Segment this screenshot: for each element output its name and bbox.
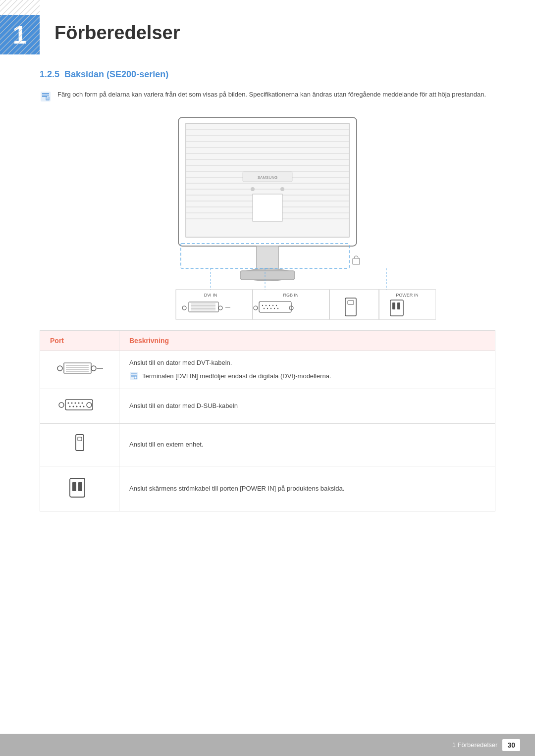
note-text: Färg och form på delarna kan variera frå… [57, 90, 486, 100]
svg-point-69 [57, 366, 62, 371]
svg-point-58 [274, 308, 275, 309]
svg-rect-95 [72, 482, 76, 491]
svg-rect-63 [348, 301, 354, 304]
footer-text: 1 Förberedelser [452, 741, 498, 749]
note-icon [40, 91, 52, 102]
svg-point-85 [81, 402, 83, 403]
svg-point-51 [266, 305, 267, 306]
monitor-svg: SAMSUNG [99, 112, 436, 320]
svg-point-59 [277, 308, 278, 309]
chapter-number-block: 1 [0, 15, 40, 54]
svg-point-55 [264, 308, 265, 309]
svg-point-24 [251, 187, 255, 191]
svg-rect-31 [353, 258, 360, 264]
svg-point-25 [280, 187, 284, 191]
svg-rect-26 [253, 194, 282, 221]
table-note-icon-dvi [129, 371, 138, 380]
svg-point-89 [79, 405, 81, 407]
table-desc-power: Anslut skärmens strömkabel till porten [… [119, 466, 495, 511]
svg-text:—: — [97, 365, 103, 372]
svg-rect-94 [70, 478, 85, 497]
chapter-number: 1 [13, 22, 27, 48]
chapter-header: 1 Förberedelser [0, 0, 535, 64]
svg-text:SAMSUNG: SAMSUNG [258, 175, 277, 180]
note-box: Färg och form på delarna kan variera frå… [40, 90, 495, 102]
port-icon-external [40, 424, 119, 466]
svg-point-81 [67, 402, 69, 403]
svg-text:RGB IN: RGB IN [283, 293, 298, 298]
svg-point-50 [262, 305, 263, 306]
svg-rect-78 [134, 376, 137, 379]
svg-point-79 [59, 403, 64, 407]
svg-rect-27 [257, 246, 278, 271]
svg-point-48 [254, 306, 258, 310]
svg-point-54 [276, 305, 277, 306]
table-header-description: Beskrivning [119, 331, 495, 351]
port-icon-power [40, 466, 119, 511]
svg-point-44 [218, 306, 222, 310]
port-table: Port Beskrivning — [40, 330, 495, 511]
table-row: — Anslut till en dator med DVT-kabeln. [40, 351, 495, 389]
table-desc-dvi: Anslut till en dator med DVT-kabeln. Ter… [119, 351, 495, 389]
svg-point-84 [78, 402, 79, 403]
table-row: Anslut till en extern enhet. [40, 424, 495, 466]
svg-rect-66 [390, 300, 403, 316]
table-note-dvi: Terminalen [DVI IN] medföljer endast de … [129, 371, 485, 382]
svg-point-87 [72, 405, 74, 407]
svg-rect-93 [78, 437, 82, 441]
svg-rect-67 [392, 302, 395, 309]
footer-page-number: 30 [502, 739, 520, 751]
svg-rect-80 [65, 400, 93, 410]
port-icon-dvi: — [40, 351, 119, 389]
svg-point-56 [267, 308, 268, 309]
content-area: 1.2.5 Baksidan (SE200-serien) Färg och f… [0, 69, 535, 511]
svg-point-91 [87, 403, 92, 407]
monitor-diagram: SAMSUNG [40, 112, 495, 320]
svg-point-90 [83, 405, 84, 407]
svg-point-75 [91, 366, 96, 371]
svg-text:DVI IN: DVI IN [204, 293, 217, 298]
svg-rect-49 [259, 302, 291, 312]
table-row: Anslut till en dator med D-SUB-kabeln [40, 389, 495, 424]
svg-point-57 [270, 308, 271, 309]
svg-point-53 [272, 305, 273, 306]
table-header-port: Port [40, 331, 119, 351]
svg-rect-29 [240, 271, 295, 280]
port-icon-rgb [40, 389, 119, 424]
table-desc-rgb: Anslut till en dator med D-SUB-kabeln [119, 389, 495, 424]
svg-point-82 [71, 402, 72, 403]
table-desc-external: Anslut till en extern enhet. [119, 424, 495, 466]
page-footer: 1 Förberedelser 30 [0, 734, 535, 756]
svg-point-52 [269, 305, 270, 306]
table-row: Anslut skärmens strömkabel till porten [… [40, 466, 495, 511]
chapter-title: Förberedelser [50, 15, 180, 44]
section-title: 1.2.5 Baksidan (SE200-serien) [40, 69, 495, 80]
svg-rect-70 [64, 363, 91, 373]
svg-text:POWER IN: POWER IN [396, 293, 419, 298]
svg-point-83 [74, 402, 76, 403]
svg-rect-96 [78, 482, 82, 491]
svg-rect-61 [329, 290, 379, 319]
svg-text:—: — [225, 304, 230, 310]
svg-rect-68 [397, 302, 400, 309]
svg-point-86 [69, 405, 70, 407]
svg-point-37 [182, 306, 186, 310]
svg-point-88 [76, 405, 77, 407]
